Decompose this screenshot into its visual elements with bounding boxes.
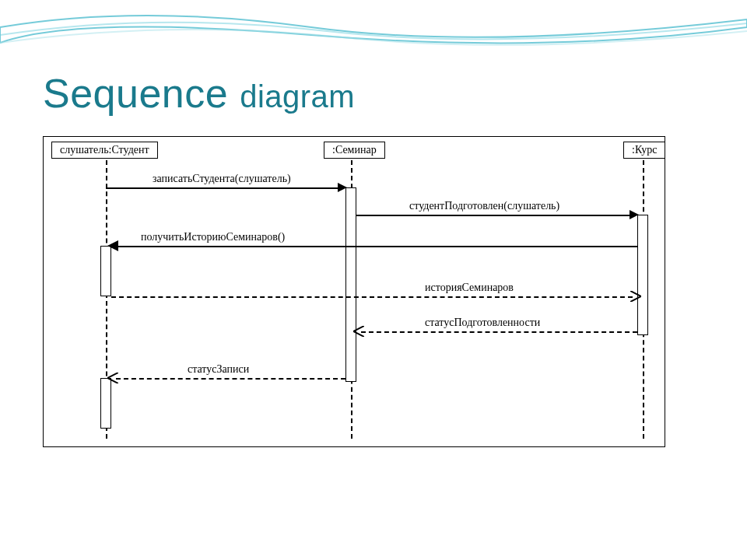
svg-marker-0 — [107, 240, 118, 251]
participant-seminar-label: :Семинар — [332, 144, 377, 156]
arrow-m3-head — [107, 240, 118, 251]
participant-student-label: слушатель:Студент — [60, 144, 149, 156]
title-word-2: diagram — [240, 79, 355, 114]
arrow-m1-head — [338, 183, 347, 192]
label-m1: записатьСтудента(слушатель) — [153, 173, 291, 185]
arrow-m1-line — [106, 187, 339, 189]
activation-student-2 — [100, 378, 111, 429]
label-m3: получитьИсториюСеминаров() — [141, 231, 285, 243]
arrow-m5-line — [361, 331, 637, 333]
slide-title: Sequence diagram — [43, 70, 355, 117]
participant-seminar: :Семинар — [324, 142, 385, 159]
arrow-m6-line — [116, 378, 345, 380]
participant-student: слушатель:Студент — [51, 142, 158, 159]
label-m5: статусПодготовленности — [425, 317, 540, 329]
arrow-m3-line — [116, 246, 637, 247]
wave-decoration — [0, 0, 747, 70]
label-m6: статусЗаписи — [188, 363, 249, 376]
activation-course — [637, 215, 648, 335]
title-word-1: Sequence — [43, 71, 228, 116]
arrow-m4-line — [111, 296, 633, 298]
activation-student-1 — [100, 246, 111, 296]
arrow-m5-head — [353, 326, 364, 337]
sequence-diagram: слушатель:Студент :Семинар :Курс записат… — [43, 136, 665, 447]
arrow-m2-line — [356, 215, 633, 216]
activation-seminar — [345, 187, 356, 382]
participant-course: :Курс — [623, 142, 665, 159]
label-m4: историяСеминаров — [425, 282, 514, 294]
arrow-m6-head — [107, 373, 118, 383]
participant-course-label: :Курс — [632, 144, 657, 156]
label-m2: студентПодготовлен(слушатель) — [409, 200, 559, 212]
arrow-m2-head — [630, 210, 639, 219]
arrow-m4-head — [630, 291, 641, 302]
